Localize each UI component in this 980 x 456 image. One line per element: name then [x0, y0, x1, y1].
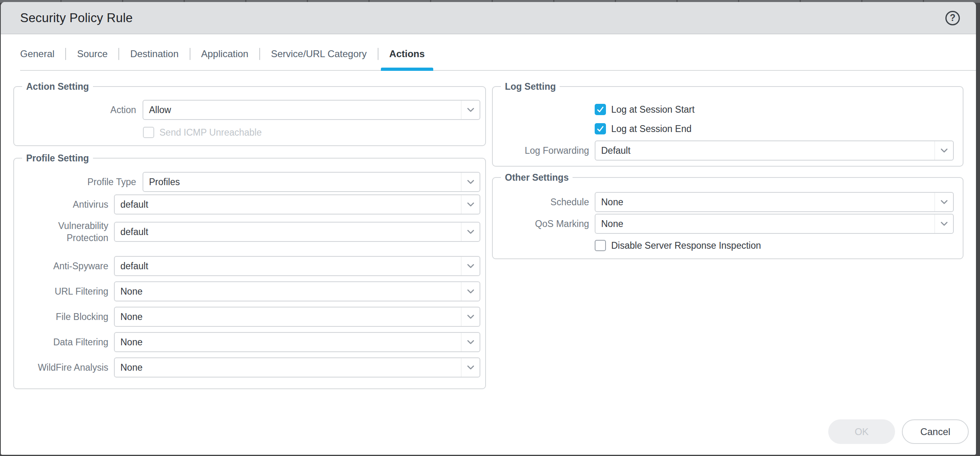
data-filtering-value: None — [115, 337, 461, 348]
chevron-down-icon — [461, 223, 480, 241]
security-policy-rule-dialog: Security Policy Rule ? General Source De… — [1, 2, 976, 455]
wildfire-analysis-value: None — [115, 362, 461, 373]
action-dropdown-value: Allow — [143, 105, 461, 116]
log-forwarding-value: Default — [595, 145, 935, 156]
chevron-down-icon — [461, 173, 480, 191]
other-settings-legend: Other Settings — [501, 172, 573, 183]
send-icmp-unreachable-label: Send ICMP Unreachable — [159, 127, 262, 138]
schedule-value: None — [595, 197, 935, 208]
log-session-start-row: Log at Session Start — [595, 104, 963, 115]
profile-setting-legend: Profile Setting — [22, 153, 93, 164]
antivirus-dropdown[interactable]: default — [114, 194, 480, 215]
log-forwarding-dropdown[interactable]: Default — [595, 140, 954, 161]
anti-spyware-dropdown[interactable]: default — [114, 256, 480, 276]
help-icon[interactable]: ? — [945, 11, 960, 25]
vulnerability-protection-value: default — [115, 227, 461, 237]
log-setting-group: Log Setting Log at Session Start Log at … — [492, 86, 963, 167]
profile-type-label: Profile Type — [14, 176, 136, 188]
file-blocking-label: File Blocking — [14, 311, 108, 323]
dialog-footer: OK Cancel — [828, 419, 969, 444]
chevron-down-icon — [461, 333, 480, 351]
tab-service-url-category[interactable]: Service/URL Category — [260, 37, 378, 70]
antivirus-value: default — [115, 199, 461, 210]
ok-button: OK — [828, 419, 895, 444]
profile-type-value: Profiles — [143, 177, 461, 188]
qos-marking-dropdown[interactable]: None — [595, 214, 954, 234]
log-setting-legend: Log Setting — [501, 81, 560, 92]
data-filtering-dropdown[interactable]: None — [114, 332, 480, 352]
chevron-down-icon — [461, 257, 480, 275]
tab-source[interactable]: Source — [66, 37, 118, 70]
vulnerability-protection-dropdown[interactable]: default — [114, 222, 480, 242]
tab-general[interactable]: General — [20, 37, 65, 70]
log-session-end-checkbox[interactable] — [595, 123, 606, 134]
disable-server-response-inspection-label: Disable Server Response Inspection — [611, 240, 761, 251]
log-session-end-label: Log at Session End — [611, 124, 691, 134]
anti-spyware-value: default — [115, 261, 461, 272]
tab-bar: General Source Destination Application S… — [20, 34, 976, 71]
url-filtering-label: URL Filtering — [14, 285, 108, 297]
action-dropdown[interactable]: Allow — [143, 100, 480, 120]
action-setting-legend: Action Setting — [22, 81, 93, 92]
other-settings-group: Other Settings Schedule None QoS Marking… — [492, 177, 963, 259]
log-session-end-row: Log at Session End — [595, 123, 963, 134]
chevron-down-icon — [461, 358, 480, 377]
schedule-dropdown[interactable]: None — [595, 192, 954, 212]
log-session-start-label: Log at Session Start — [611, 104, 695, 115]
dialog-titlebar: Security Policy Rule ? — [1, 2, 976, 34]
tab-application[interactable]: Application — [190, 37, 259, 70]
file-blocking-dropdown[interactable]: None — [114, 307, 480, 327]
url-filtering-value: None — [115, 286, 461, 297]
action-setting-group: Action Setting Action Allow Send ICMP Un… — [13, 86, 486, 146]
data-filtering-label: Data Filtering — [14, 336, 108, 348]
chevron-down-icon — [461, 101, 480, 119]
chevron-down-icon — [461, 282, 480, 301]
qos-marking-value: None — [595, 219, 935, 229]
file-blocking-value: None — [115, 312, 461, 322]
chevron-down-icon — [461, 307, 480, 326]
profile-type-dropdown[interactable]: Profiles — [143, 172, 480, 192]
wildfire-analysis-dropdown[interactable]: None — [114, 357, 480, 378]
log-session-start-checkbox[interactable] — [595, 104, 606, 115]
dialog-content: Action Setting Action Allow Send ICMP Un… — [1, 71, 976, 86]
dialog-title: Security Policy Rule — [20, 11, 945, 25]
log-forwarding-label: Log Forwarding — [493, 144, 589, 157]
tab-actions[interactable]: Actions — [378, 37, 436, 70]
tab-destination[interactable]: Destination — [119, 37, 189, 70]
disable-server-response-inspection-row: Disable Server Response Inspection — [595, 240, 963, 251]
disable-server-response-inspection-checkbox[interactable] — [595, 240, 606, 251]
cancel-button[interactable]: Cancel — [902, 419, 969, 444]
qos-marking-label: QoS Marking — [493, 218, 589, 230]
chevron-down-icon — [935, 193, 953, 211]
chevron-down-icon — [935, 141, 953, 160]
chevron-down-icon — [461, 195, 480, 214]
profile-setting-group: Profile Setting Profile Type Profiles An… — [13, 158, 486, 389]
send-icmp-unreachable-row: Send ICMP Unreachable — [143, 127, 485, 138]
chevron-down-icon — [935, 215, 953, 233]
wildfire-analysis-label: WildFire Analysis — [14, 361, 108, 373]
url-filtering-dropdown[interactable]: None — [114, 281, 480, 301]
antivirus-label: Antivirus — [14, 198, 108, 210]
schedule-label: Schedule — [493, 196, 589, 208]
vulnerability-protection-label: Vulnerability Protection — [14, 220, 108, 244]
anti-spyware-label: Anti-Spyware — [14, 260, 108, 272]
send-icmp-unreachable-checkbox — [143, 127, 154, 138]
action-label: Action — [14, 104, 136, 116]
